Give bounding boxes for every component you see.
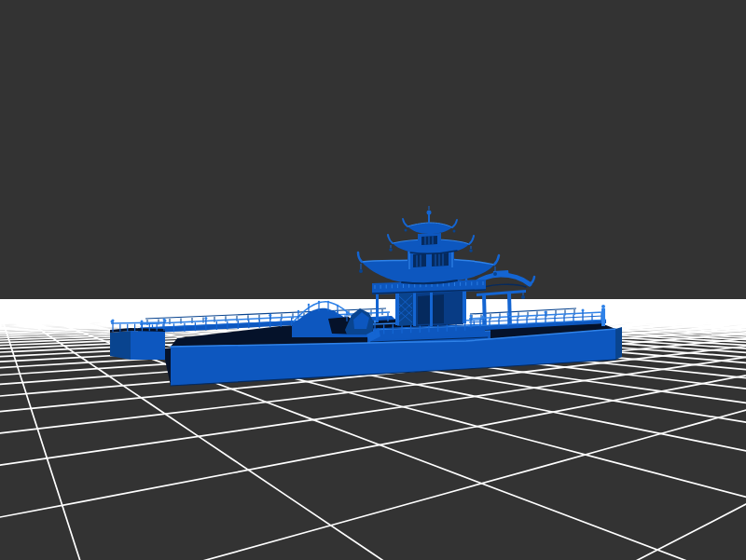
horizon-band (0, 299, 746, 313)
end-post-knob (601, 305, 605, 308)
platform-right-side (615, 327, 622, 360)
scene-canvas[interactable] (0, 0, 746, 560)
bridge-knob (308, 304, 310, 306)
bridge-knob (337, 305, 338, 307)
roof-bell (359, 269, 363, 273)
roof-bell (389, 248, 393, 252)
railing-knob (111, 321, 114, 323)
roof-bell (469, 249, 473, 253)
tier2-window (432, 253, 449, 266)
end-post (601, 308, 605, 326)
finial-ball (427, 211, 432, 215)
pavilion-column (463, 286, 466, 323)
roof-bell (453, 230, 456, 233)
railing-knob (269, 314, 271, 317)
roof-bell (493, 272, 497, 276)
3d-viewport[interactable] (0, 0, 746, 560)
railing-knob (204, 317, 207, 320)
pavilion-column (430, 289, 433, 326)
bridge-knob (346, 311, 348, 313)
railing-knob (507, 313, 510, 316)
pavilion-column (395, 290, 399, 325)
railing-knob (545, 311, 547, 314)
bridge-knob (297, 310, 299, 312)
pier-front (131, 331, 165, 360)
hanging-lantern (521, 295, 525, 299)
viewport-background (0, 0, 746, 560)
roof-bell (405, 229, 408, 232)
tier2-window (413, 253, 426, 267)
bridge-knob (318, 301, 320, 303)
railing-knob (164, 320, 167, 322)
tier3-window (421, 236, 437, 245)
bridge-knob (327, 301, 329, 303)
pier-side (110, 331, 131, 360)
pavilion-column (413, 290, 416, 326)
railing-knob (582, 309, 585, 312)
railing-knob (470, 315, 473, 318)
